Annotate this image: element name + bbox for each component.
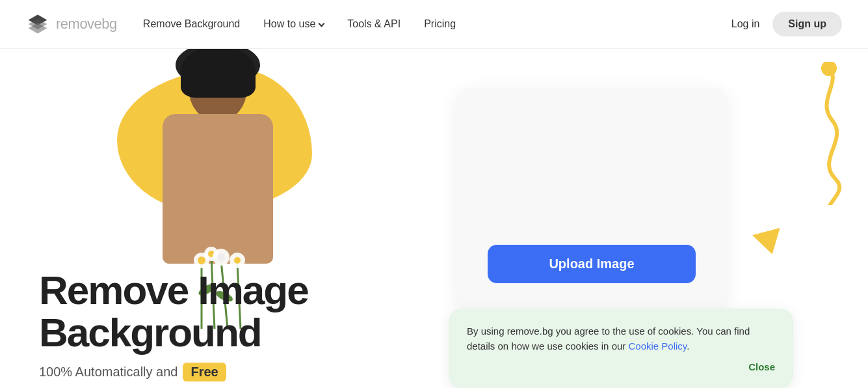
navbar: removebg Remove Background How to use To…: [0, 0, 868, 49]
hero-headline: Remove Image Background: [39, 269, 308, 353]
svg-point-12: [217, 253, 225, 261]
svg-point-14: [234, 257, 241, 264]
upload-card: Upload Image: [455, 88, 728, 309]
left-panel: Remove Image Background 100% Automatical…: [0, 49, 442, 388]
nav-how-to-use[interactable]: How to use: [263, 18, 324, 30]
hero-headline-area: Remove Image Background 100% Automatical…: [39, 269, 308, 381]
svg-point-8: [198, 256, 205, 264]
upload-image-button[interactable]: Upload Image: [488, 245, 696, 283]
logo[interactable]: removebg: [26, 12, 117, 36]
nav-remove-background[interactable]: Remove Background: [143, 18, 240, 30]
nav-tools-api[interactable]: Tools & API: [347, 18, 401, 30]
logo-icon: [26, 12, 49, 36]
main-content: Remove Image Background 100% Automatical…: [0, 49, 868, 388]
svg-point-17: [821, 62, 837, 76]
cookie-policy-link[interactable]: Cookie Policy: [628, 340, 687, 352]
signup-button[interactable]: Sign up: [772, 12, 842, 36]
nav-pricing[interactable]: Pricing: [424, 18, 456, 30]
cookie-close-button[interactable]: Close: [467, 361, 775, 372]
squiggle-decoration: [777, 62, 855, 208]
cookie-banner: By using remove.bg you agree to the use …: [449, 309, 793, 388]
chevron-down-icon: [319, 20, 325, 27]
triangle-decoration: [752, 228, 786, 258]
nav-actions: Log in Sign up: [731, 12, 842, 36]
login-link[interactable]: Log in: [731, 18, 760, 30]
hero-subtitle: 100% Automatically and Free: [39, 363, 308, 381]
logo-text: removebg: [56, 16, 117, 33]
hero-person-image: [111, 49, 319, 283]
nav-links: Remove Background How to use Tools & API…: [143, 18, 731, 30]
person-hair: [181, 49, 256, 98]
person-body: [163, 114, 273, 264]
right-panel: Upload Image By using remove.bg you agre…: [442, 49, 868, 388]
hero-image-area: [78, 49, 351, 277]
cookie-text: By using remove.bg you agree to the use …: [467, 324, 775, 353]
free-badge: Free: [183, 363, 226, 381]
